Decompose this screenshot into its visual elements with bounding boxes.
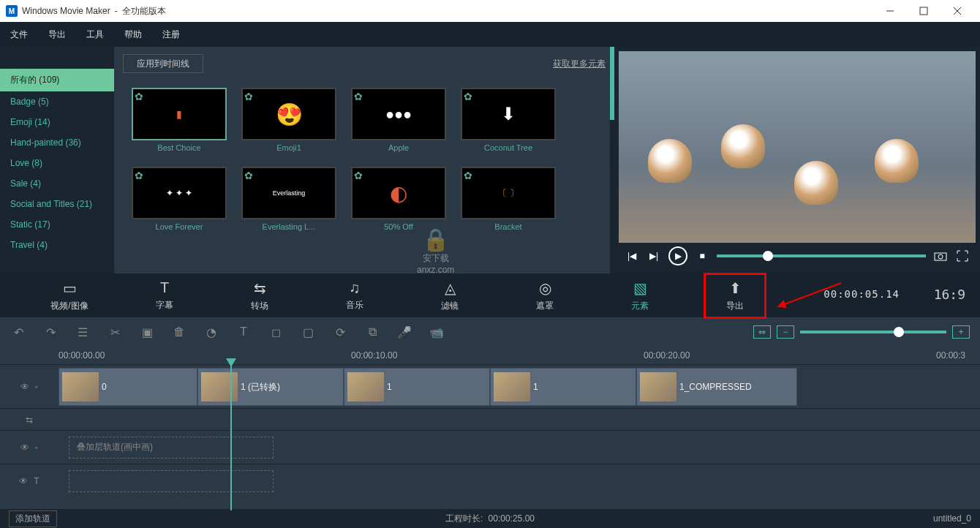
text-icon: T (34, 476, 39, 486)
mic-button[interactable]: 🎤 (396, 324, 412, 340)
settings-icon[interactable]: ☰ (75, 324, 91, 340)
fit-button[interactable]: ⇔ (753, 325, 771, 339)
element-thumb[interactable]: ✿✦ ✦ ✦ Love Forever (132, 167, 227, 231)
preview-screen[interactable] (619, 51, 976, 243)
clip[interactable]: 1_COMPRESSED (636, 368, 797, 406)
sidebar-item-social[interactable]: Social and Titles (21) (0, 194, 114, 214)
element-thumb[interactable]: ✿〔 〕 Bracket (461, 167, 556, 231)
eye-icon[interactable]: 👁 (19, 476, 28, 486)
snapshot-button[interactable] (933, 249, 948, 263)
eye-icon[interactable]: 👁 (20, 442, 29, 453)
close-button[interactable] (941, 0, 974, 22)
text-dropzone[interactable] (69, 470, 274, 492)
sidebar-item-sale[interactable]: Sale (4) (0, 173, 114, 194)
aspect-ratio[interactable]: 16:9 (934, 287, 965, 302)
sidebar-item-emoji[interactable]: Emoji (14) (0, 112, 114, 132)
fullscreen-button[interactable] (955, 249, 970, 263)
favorite-icon: ✿ (244, 170, 253, 181)
sidebar-item-static[interactable]: Static (17) (0, 214, 114, 235)
tab-video[interactable]: ▭ 视频/图像 (22, 279, 117, 312)
play-button[interactable]: ▶ (668, 246, 687, 265)
element-thumb[interactable]: ✿😍 Emoji1 (241, 88, 336, 152)
sidebar-item-handpainted[interactable]: Hand-painted (36) (0, 132, 114, 153)
maximize-button[interactable] (907, 0, 941, 22)
lock-icon[interactable]: ▫ (35, 382, 38, 392)
element-thumb[interactable]: ✿●●● Apple (351, 88, 446, 152)
frame-button[interactable]: ▢ (300, 324, 316, 340)
sidebar-item-love[interactable]: Love (8) (0, 153, 114, 173)
camera-button[interactable]: 📹 (429, 324, 445, 340)
menu-file[interactable]: 文件 (10, 29, 28, 41)
tab-transition[interactable]: ⇆ 转场 (212, 279, 307, 312)
sidebar-item-all[interactable]: 所有的 (109) (0, 69, 114, 91)
clip[interactable]: 1 (344, 368, 490, 406)
clip[interactable]: 0 (59, 368, 197, 406)
filter-icon: ◬ (445, 279, 456, 297)
text-button[interactable]: T (235, 324, 252, 340)
menubar: 文件 导出 工具 帮助 注册 (0, 22, 980, 47)
menu-register[interactable]: 注册 (162, 29, 180, 41)
sidebar-item-badge[interactable]: Badge (5) (0, 91, 114, 112)
app-icon: M (6, 5, 18, 17)
crop2-button[interactable]: ◻ (268, 324, 284, 340)
cut-button[interactable]: ✂ (107, 324, 123, 340)
tab-mask[interactable]: ◎ 遮罩 (497, 279, 592, 312)
transition-icon: ⇆ (26, 415, 33, 425)
tab-music[interactable]: ♫ 音乐 (307, 279, 402, 312)
titlebar: M Windows Movie Maker - 全功能版本 (0, 0, 980, 22)
element-thumb[interactable]: ✿⬇ Coconut Tree (461, 88, 556, 152)
mode-tabs: ▭ 视频/图像 T 字幕 ⇆ 转场 ♫ 音乐 ◬ 滤镜 ◎ 遮罩 ▧ 元素 ⬆ … (0, 274, 980, 317)
app-title: Windows Movie Maker (22, 6, 110, 16)
playhead[interactable] (230, 364, 232, 510)
minimize-button[interactable] (873, 0, 907, 22)
prev-frame-button[interactable]: |◀ (625, 249, 639, 263)
clip[interactable]: 1 (已转换) (197, 368, 344, 406)
transition-track[interactable]: ⇆ (0, 408, 980, 430)
add-track-button[interactable]: 添加轨道 (9, 510, 57, 527)
element-thumb[interactable]: ✿◐ 50% Off (351, 167, 446, 231)
rotate-button[interactable]: ⟳ (332, 324, 348, 340)
element-thumb[interactable]: ✿Everlasting Everlasting L... (241, 167, 336, 231)
zoom-out-button[interactable]: − (777, 325, 794, 339)
tab-filter[interactable]: ◬ 滤镜 (402, 279, 497, 312)
text-track[interactable]: 👁 T (0, 464, 980, 497)
crop-button[interactable]: ▣ (139, 324, 155, 340)
video-track[interactable]: 👁 ▫ 0 1 (已转换) 1 1 1_COMPRESSED (0, 364, 980, 408)
copy-button[interactable]: ⧉ (364, 324, 380, 340)
timeline-ruler[interactable]: 00:00:00.00 00:00:10.00 00:00:20.00 00:0… (0, 347, 980, 364)
app-subtitle: 全功能版本 (122, 5, 166, 18)
undo-button[interactable]: ↶ (10, 324, 26, 340)
tab-subtitle[interactable]: T 字幕 (117, 279, 212, 312)
scrollbar-thumb[interactable] (610, 47, 614, 120)
favorite-icon: ✿ (354, 91, 363, 102)
speed-button[interactable]: ◔ (203, 324, 219, 340)
delete-button[interactable]: 🗑 (171, 324, 187, 340)
element-thumb[interactable]: ✿▮ Best Choice (132, 88, 227, 152)
text-icon: T (160, 279, 169, 296)
tab-export[interactable]: ⬆ 导出 (687, 273, 783, 319)
clip[interactable]: 1 (490, 368, 636, 406)
preview-progress[interactable] (717, 254, 926, 257)
menu-export[interactable]: 导出 (48, 29, 66, 41)
zoom-handle[interactable] (894, 327, 904, 337)
overlay-track[interactable]: 👁 ▫ 叠加层轨道(画中画) (0, 430, 980, 464)
sidebar-item-travel[interactable]: Travel (4) (0, 235, 114, 255)
music-icon: ♫ (350, 279, 361, 296)
eye-icon[interactable]: 👁 (20, 382, 29, 392)
apply-to-timeline-button[interactable]: 应用到时间线 (123, 54, 203, 73)
zoom-slider[interactable] (800, 331, 946, 333)
category-sidebar: 所有的 (109) Badge (5) Emoji (14) Hand-pain… (0, 47, 114, 274)
favorite-icon: ✿ (135, 91, 143, 102)
menu-tools[interactable]: 工具 (86, 29, 104, 41)
lock-icon[interactable]: ▫ (35, 442, 38, 453)
next-frame-button[interactable]: ▶| (647, 249, 661, 263)
menu-help[interactable]: 帮助 (124, 29, 142, 41)
stop-button[interactable]: ■ (695, 249, 709, 263)
get-more-elements-link[interactable]: 获取更多元素 (553, 58, 606, 70)
tab-element[interactable]: ▧ 元素 (592, 279, 687, 312)
window-controls (873, 0, 974, 22)
zoom-in-button[interactable]: + (952, 325, 970, 339)
redo-button[interactable]: ↷ (42, 324, 59, 340)
progress-handle[interactable] (763, 251, 773, 261)
overlay-dropzone[interactable]: 叠加层轨道(画中画) (69, 437, 274, 459)
